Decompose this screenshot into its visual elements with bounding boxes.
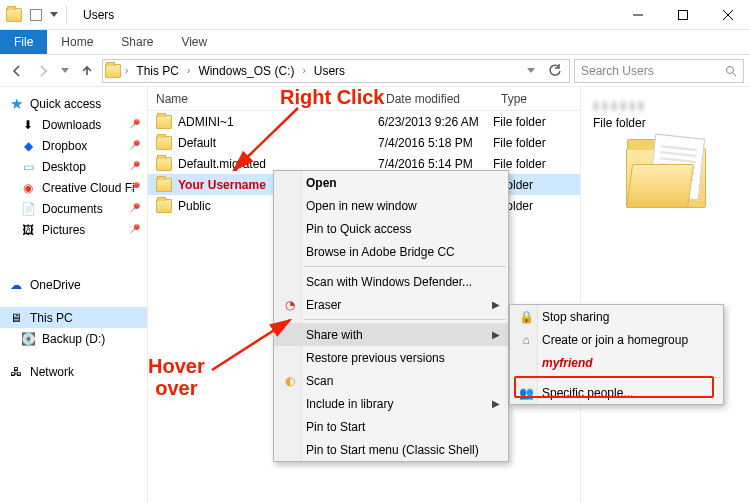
- address-dropdown[interactable]: [521, 60, 541, 82]
- nav-label: Desktop: [42, 160, 86, 174]
- qat-dropdown-icon[interactable]: [50, 12, 58, 17]
- nav-label: Backup (D:): [42, 332, 105, 346]
- preview-type: File folder: [593, 116, 738, 130]
- chevron-right-icon: ▶: [492, 398, 500, 409]
- pin-icon: 📍: [124, 136, 143, 155]
- pin-icon: 📍: [124, 115, 143, 134]
- file-date: 7/4/2016 5:14 PM: [378, 157, 493, 171]
- address-row: › This PC › Windows_OS (C:) › Users Sear…: [0, 55, 750, 87]
- tab-file[interactable]: File: [0, 30, 47, 54]
- large-folder-icon: [626, 148, 706, 208]
- ctx-label: Scan with Windows Defender...: [306, 275, 472, 289]
- nav-desktop[interactable]: ▭Desktop📍: [0, 156, 147, 177]
- tab-home[interactable]: Home: [47, 30, 107, 54]
- app-folder-icon: [6, 7, 22, 23]
- chevron-right-icon: ▶: [492, 329, 500, 340]
- nav-quick-access[interactable]: ★Quick access: [0, 93, 147, 114]
- folder-icon: [156, 199, 172, 213]
- search-placeholder: Search Users: [581, 64, 654, 78]
- ctx-label: Pin to Start: [306, 420, 365, 434]
- file-name: Default: [178, 136, 216, 150]
- desktop-icon: ▭: [20, 159, 36, 175]
- maximize-button[interactable]: [660, 0, 705, 29]
- chevron-right-icon[interactable]: ›: [123, 65, 130, 76]
- ctx-label: Browse in Adobe Bridge CC: [306, 245, 455, 259]
- ctx-open[interactable]: Open: [274, 171, 508, 194]
- nav-label: This PC: [30, 311, 73, 325]
- ctx-pin-start-classic[interactable]: Pin to Start menu (Classic Shell): [274, 438, 508, 461]
- close-button[interactable]: [705, 0, 750, 29]
- ctx-restore-previous[interactable]: Restore previous versions: [274, 346, 508, 369]
- dropbox-icon: ◆: [20, 138, 36, 154]
- nav-label: Downloads: [42, 118, 101, 132]
- titlebar: Users: [0, 0, 750, 30]
- ctx-label: Pin to Start menu (Classic Shell): [306, 443, 479, 457]
- nav-label: OneDrive: [30, 278, 81, 292]
- preview-title-blurred: ▮▮▮▮▮▮: [593, 99, 738, 112]
- up-button[interactable]: [76, 60, 98, 82]
- ctx-create-homegroup[interactable]: ⌂Create or join a homegroup: [510, 328, 723, 351]
- folder-icon: [156, 178, 172, 192]
- ctx-stop-sharing[interactable]: 🔒Stop sharing: [510, 305, 723, 328]
- forward-button[interactable]: [32, 60, 54, 82]
- nav-network[interactable]: 🖧Network: [0, 361, 147, 382]
- nav-backup-drive[interactable]: 💽Backup (D:): [0, 328, 147, 349]
- nav-creative-cloud[interactable]: ◉Creative Cloud Fi📍: [0, 177, 147, 198]
- breadcrumb[interactable]: Windows_OS (C:): [194, 60, 298, 82]
- refresh-button[interactable]: [543, 60, 567, 82]
- ctx-pin-quick-access[interactable]: Pin to Quick access: [274, 217, 508, 240]
- folder-icon: [156, 157, 172, 171]
- nav-documents[interactable]: 📄Documents📍: [0, 198, 147, 219]
- file-name: ADMINI~1: [178, 115, 234, 129]
- ctx-label: Open in new window: [306, 199, 417, 213]
- ctx-eraser[interactable]: ◔Eraser▶: [274, 293, 508, 316]
- ctx-label: Create or join a homegroup: [542, 333, 688, 347]
- file-name: Default.migrated: [178, 157, 266, 171]
- qat-checkbox[interactable]: [30, 9, 42, 21]
- pictures-icon: 🖼: [20, 222, 36, 238]
- navigation-pane: ★Quick access ⬇Downloads📍 ◆Dropbox📍 ▭Des…: [0, 87, 148, 503]
- breadcrumb[interactable]: Users: [310, 60, 349, 82]
- pc-icon: 🖥: [8, 310, 24, 326]
- file-type: File folder: [493, 157, 573, 171]
- ctx-scan-defender[interactable]: Scan with Windows Defender...: [274, 270, 508, 293]
- context-menu: Open Open in new window Pin to Quick acc…: [273, 170, 509, 462]
- col-date[interactable]: Date modified: [378, 92, 493, 106]
- address-bar[interactable]: › This PC › Windows_OS (C:) › Users: [102, 59, 570, 83]
- separator: [304, 266, 506, 267]
- creative-cloud-icon: ◉: [20, 180, 36, 196]
- tab-share[interactable]: Share: [107, 30, 167, 54]
- nav-downloads[interactable]: ⬇Downloads📍: [0, 114, 147, 135]
- eraser-icon: ◔: [282, 297, 298, 313]
- minimize-button[interactable]: [615, 0, 660, 29]
- annotation-right-click: Right Click: [280, 86, 384, 108]
- nav-dropbox[interactable]: ◆Dropbox📍: [0, 135, 147, 156]
- ribbon-tabs: File Home Share View: [0, 30, 750, 55]
- back-button[interactable]: [6, 60, 28, 82]
- tab-view[interactable]: View: [167, 30, 221, 54]
- col-type[interactable]: Type: [493, 92, 573, 106]
- search-input[interactable]: Search Users: [574, 59, 744, 83]
- ctx-share-with[interactable]: Share with▶: [274, 323, 508, 346]
- nav-onedrive[interactable]: ☁OneDrive: [0, 274, 147, 295]
- breadcrumb[interactable]: This PC: [132, 60, 183, 82]
- nav-pictures[interactable]: 🖼Pictures📍: [0, 219, 147, 240]
- chevron-right-icon[interactable]: ›: [300, 65, 307, 76]
- annotation-hover-over: Hover over: [148, 355, 205, 399]
- recent-dropdown[interactable]: [58, 60, 72, 82]
- ctx-browse-bridge[interactable]: Browse in Adobe Bridge CC: [274, 240, 508, 263]
- ctx-user-myfriend[interactable]: myfriend: [510, 351, 723, 374]
- table-row[interactable]: ADMINI~1 6/23/2013 9:26 AM File folder: [148, 111, 580, 132]
- nav-label: Documents: [42, 202, 103, 216]
- ctx-pin-start[interactable]: Pin to Start: [274, 415, 508, 438]
- chevron-right-icon[interactable]: ›: [185, 65, 192, 76]
- ctx-label: Open: [306, 176, 337, 190]
- nav-this-pc[interactable]: 🖥This PC: [0, 307, 147, 328]
- ctx-scan[interactable]: ◐Scan: [274, 369, 508, 392]
- ctx-open-new-window[interactable]: Open in new window: [274, 194, 508, 217]
- pin-icon: 📍: [124, 220, 143, 239]
- table-row[interactable]: Default 7/4/2016 5:18 PM File folder: [148, 132, 580, 153]
- chevron-right-icon: ▶: [492, 299, 500, 310]
- ctx-include-library[interactable]: Include in library▶: [274, 392, 508, 415]
- svg-rect-0: [678, 10, 687, 19]
